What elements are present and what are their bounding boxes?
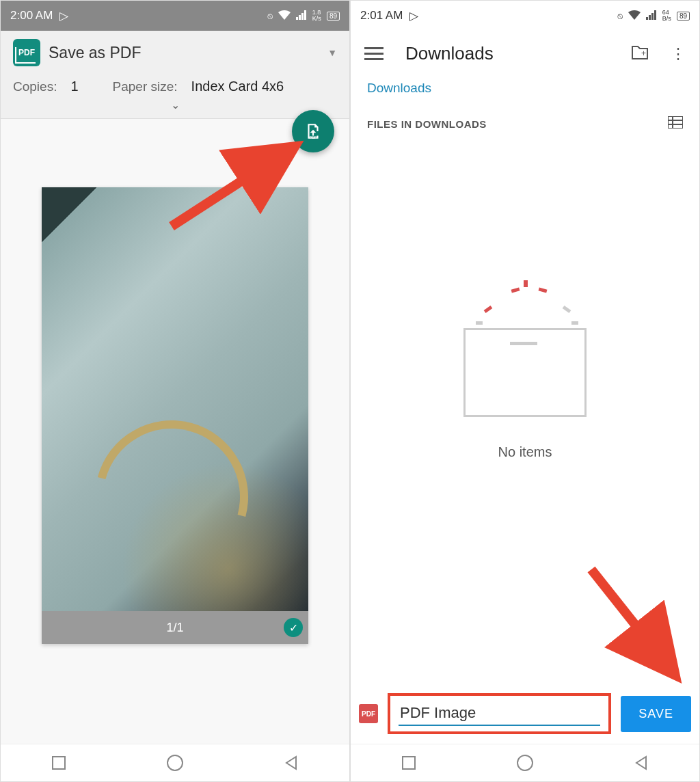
signal-icon bbox=[296, 10, 307, 22]
dnd-icon: ⍉ bbox=[617, 10, 623, 21]
svg-rect-2 bbox=[53, 757, 65, 769]
svg-line-1 bbox=[172, 151, 288, 226]
copies-label: Copies: bbox=[13, 79, 57, 94]
status-bar: 2:00 AM ▷ ⍉ 1.8K/s 89 bbox=[1, 1, 349, 31]
expand-options[interactable]: ⌄ bbox=[13, 94, 337, 116]
empty-box-icon bbox=[463, 280, 587, 417]
network-speed: 64B/s bbox=[662, 10, 671, 22]
page-preview[interactable]: 1/1 ✓ bbox=[42, 187, 308, 644]
pdf-file-icon: PDF bbox=[359, 704, 378, 723]
network-speed: 1.8K/s bbox=[312, 10, 321, 22]
system-nav-bar bbox=[351, 744, 699, 781]
more-icon[interactable]: ⋮ bbox=[671, 45, 686, 63]
annotation-arrow bbox=[165, 131, 308, 233]
status-time: 2:01 AM bbox=[360, 9, 403, 23]
svg-point-11 bbox=[517, 755, 533, 770]
status-bar: 2:01 AM ▷ ⍉ 64B/s 89 bbox=[351, 1, 699, 31]
section-header: FILES IN DOWNLOADS bbox=[367, 118, 487, 130]
save-button[interactable]: SAVE bbox=[621, 696, 691, 732]
appbar-title: Downloads bbox=[405, 43, 609, 64]
battery-icon: 89 bbox=[677, 12, 690, 21]
system-nav-bar bbox=[1, 744, 349, 781]
printer-name: Save as PDF bbox=[49, 44, 319, 62]
play-store-icon: ▷ bbox=[409, 9, 418, 23]
status-time: 2:00 AM bbox=[10, 9, 53, 23]
filename-input[interactable] bbox=[399, 701, 600, 726]
nav-recent-button[interactable] bbox=[399, 753, 419, 773]
breadcrumb[interactable]: Downloads bbox=[351, 81, 699, 109]
nav-back-button[interactable] bbox=[281, 753, 301, 773]
dropdown-caret-icon: ▼ bbox=[327, 47, 337, 58]
print-options-panel: PDF Save as PDF ▼ Copies: 1 Paper size: … bbox=[1, 31, 349, 119]
page-selected-check-icon[interactable]: ✓ bbox=[284, 618, 303, 637]
nav-home-button[interactable] bbox=[515, 753, 535, 773]
printer-selector[interactable]: PDF Save as PDF ▼ bbox=[13, 39, 337, 66]
phone-save-screen: 2:01 AM ▷ ⍉ 64B/s 89 Downloads + ⋮ Downl… bbox=[350, 0, 700, 782]
pdf-icon: PDF bbox=[13, 39, 40, 66]
status-icons: ⍉ 64B/s 89 bbox=[617, 10, 690, 22]
appbar: Downloads + ⋮ bbox=[351, 31, 699, 81]
svg-text:+: + bbox=[641, 49, 646, 58]
nav-home-button[interactable] bbox=[165, 753, 185, 773]
copies-value[interactable]: 1 bbox=[70, 79, 78, 94]
nav-recent-button[interactable] bbox=[49, 753, 69, 773]
play-store-icon: ▷ bbox=[59, 9, 68, 23]
new-folder-icon[interactable]: + bbox=[631, 45, 649, 63]
view-list-icon[interactable] bbox=[668, 116, 683, 131]
wifi-icon bbox=[628, 10, 641, 22]
svg-rect-10 bbox=[403, 757, 415, 769]
page-counter: 1/1 bbox=[166, 621, 183, 635]
svg-text:PDF: PDF bbox=[310, 135, 318, 139]
papersize-label: Paper size: bbox=[113, 79, 178, 94]
annotation-arrow bbox=[578, 563, 687, 686]
nav-back-button[interactable] bbox=[631, 753, 651, 773]
signal-icon bbox=[646, 10, 657, 22]
preview-footer: 1/1 ✓ bbox=[42, 611, 308, 644]
wifi-icon bbox=[278, 10, 291, 22]
filename-highlight bbox=[388, 693, 611, 734]
empty-text: No items bbox=[498, 444, 552, 460]
menu-icon[interactable] bbox=[364, 47, 383, 60]
chevron-down-icon: ⌄ bbox=[171, 99, 180, 111]
svg-rect-5 bbox=[668, 116, 683, 129]
svg-point-3 bbox=[167, 755, 183, 770]
papersize-value[interactable]: Index Card 4x6 bbox=[191, 79, 284, 94]
svg-line-9 bbox=[591, 569, 670, 669]
status-icons: ⍉ 1.8K/s 89 bbox=[267, 10, 340, 22]
dnd-icon: ⍉ bbox=[267, 10, 273, 21]
battery-icon: 89 bbox=[327, 12, 340, 21]
preview-image bbox=[42, 187, 308, 611]
phone-print-screen: 2:00 AM ▷ ⍉ 1.8K/s 89 PDF Save as PDF ▼ … bbox=[0, 0, 350, 782]
save-row: PDF SAVE bbox=[351, 684, 699, 744]
